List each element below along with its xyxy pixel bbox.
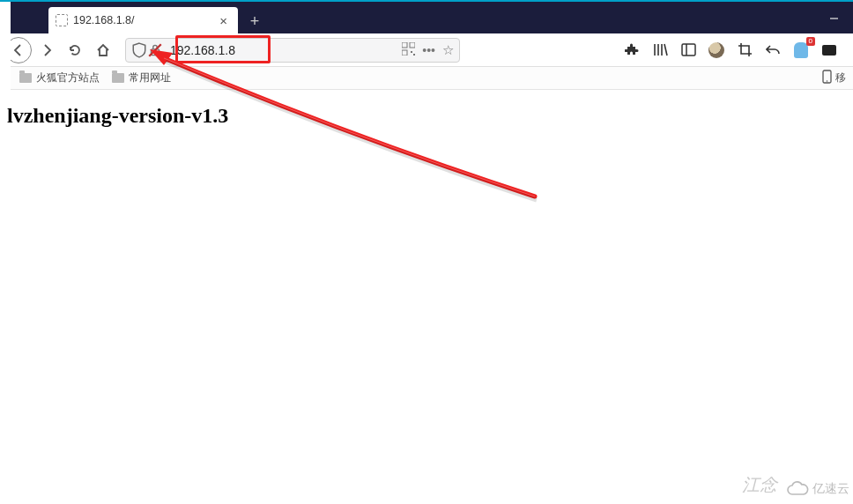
sidebar-icon[interactable] bbox=[677, 39, 700, 62]
svg-rect-6 bbox=[411, 51, 412, 53]
reload-button[interactable] bbox=[62, 37, 88, 63]
folder-icon bbox=[19, 73, 32, 83]
dark-ext-icon[interactable] bbox=[818, 39, 841, 62]
svg-rect-5 bbox=[402, 50, 407, 56]
ghost-ext-icon[interactable]: 0 bbox=[790, 39, 812, 62]
watermark-text: 江念 bbox=[742, 473, 777, 497]
insecure-icon[interactable] bbox=[147, 42, 163, 58]
toolbar-extensions: 0 bbox=[620, 39, 848, 62]
puzzle-icon[interactable] bbox=[620, 39, 643, 62]
tab-favicon bbox=[56, 14, 68, 26]
page-actions-icon[interactable]: ••• bbox=[422, 43, 435, 57]
mobile-bookmarks[interactable]: 移 bbox=[822, 70, 846, 86]
bookmark-folder-2[interactable]: 常用网址 bbox=[112, 70, 171, 85]
cloud-watermark: 亿速云 bbox=[786, 481, 849, 497]
shield-icon[interactable] bbox=[131, 42, 147, 58]
svg-rect-4 bbox=[410, 42, 415, 48]
undo-icon[interactable] bbox=[761, 39, 784, 62]
address-bar[interactable]: 192.168.1.8 ••• ☆ bbox=[125, 38, 460, 63]
bookmarks-bar: 火狐官方站点 常用网址 移 bbox=[0, 67, 853, 90]
home-button[interactable] bbox=[90, 37, 116, 63]
library-icon[interactable] bbox=[649, 39, 671, 62]
folder-icon bbox=[112, 73, 124, 83]
minimize-button[interactable] bbox=[814, 2, 853, 33]
svg-rect-12 bbox=[682, 44, 695, 56]
nav-toolbar: 192.168.1.8 ••• ☆ bbox=[0, 33, 853, 67]
svg-line-11 bbox=[664, 44, 667, 56]
forward-button[interactable] bbox=[33, 37, 60, 63]
tab-strip: 192.168.1.8/ × + bbox=[0, 2, 853, 33]
bookmark-star-icon[interactable]: ☆ bbox=[442, 42, 454, 58]
close-tab-icon[interactable]: × bbox=[216, 13, 231, 28]
svg-rect-7 bbox=[413, 54, 415, 56]
active-tab[interactable]: 192.168.1.8/ × bbox=[48, 7, 238, 33]
bookmark-label: 火狐官方站点 bbox=[36, 70, 100, 85]
cloud-label: 亿速云 bbox=[812, 481, 849, 497]
bookmark-folder-1[interactable]: 火狐官方站点 bbox=[19, 70, 100, 85]
tab-title: 192.168.1.8/ bbox=[73, 14, 216, 26]
mobile-label: 移 bbox=[835, 70, 846, 85]
qr-icon[interactable] bbox=[402, 42, 415, 58]
profile-avatar[interactable] bbox=[705, 39, 728, 62]
phone-icon bbox=[822, 70, 832, 86]
svg-point-15 bbox=[827, 80, 828, 82]
new-tab-button[interactable]: + bbox=[241, 9, 268, 33]
ext-badge: 0 bbox=[806, 37, 815, 46]
svg-rect-3 bbox=[402, 42, 407, 48]
page-heading: lvzhenjiang-version-v1.3 bbox=[7, 104, 849, 128]
page-content: lvzhenjiang-version-v1.3 bbox=[0, 90, 853, 504]
crop-icon[interactable] bbox=[733, 39, 756, 62]
url-text[interactable]: 192.168.1.8 bbox=[163, 41, 267, 59]
bookmark-label: 常用网址 bbox=[129, 70, 171, 85]
window-controls bbox=[814, 2, 853, 33]
